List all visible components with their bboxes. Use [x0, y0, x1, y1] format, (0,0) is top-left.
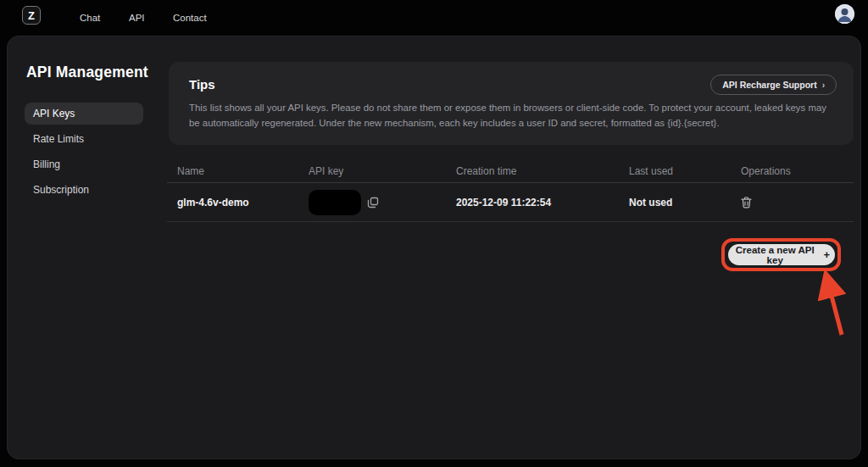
- sidebar-item-billing[interactable]: Billing: [25, 153, 143, 175]
- api-key-name: glm-4.6v-demo: [167, 197, 298, 208]
- redacted-api-key: [309, 190, 361, 215]
- column-header-last-used: Last used: [619, 165, 731, 177]
- annotation-arrow: [802, 268, 854, 339]
- page-title: API Management: [26, 64, 148, 81]
- api-key-operations-cell: [731, 197, 854, 208]
- api-key-value-cell: [298, 190, 446, 215]
- nav-link-api[interactable]: API: [129, 0, 145, 36]
- main-panel: API Management API Keys Rate Limits Bill…: [7, 36, 861, 459]
- sidebar-item-subscription[interactable]: Subscription: [25, 179, 143, 201]
- create-api-key-button[interactable]: Create a new API key +: [728, 244, 835, 265]
- nav-link-chat[interactable]: Chat: [80, 0, 100, 36]
- brand-logo[interactable]: Z: [22, 6, 41, 25]
- table-header-row: Name API key Creation time Last used Ope…: [167, 160, 854, 183]
- sidebar-item-rate-limits[interactable]: Rate Limits: [25, 128, 143, 150]
- brand-logo-letter: Z: [28, 9, 35, 22]
- delete-api-key-button[interactable]: [741, 197, 752, 208]
- user-avatar[interactable]: [835, 4, 854, 24]
- column-header-creation-time: Creation time: [446, 165, 619, 177]
- nav-link-contact[interactable]: Contact: [173, 0, 207, 36]
- top-nav: Z Chat API Contact: [0, 0, 868, 36]
- api-recharge-support-label: API Recharge Support: [722, 80, 816, 90]
- page: Z Chat API Contact API Management API Ke…: [0, 0, 868, 467]
- column-header-name: Name: [167, 165, 298, 177]
- api-key-creation-time: 2025-12-09 11:22:54: [446, 197, 619, 208]
- tips-body-text: This list shows all your API keys. Pleas…: [189, 101, 833, 131]
- copy-api-key-button[interactable]: [367, 197, 379, 208]
- api-keys-table: Name API key Creation time Last used Ope…: [167, 160, 854, 222]
- sidebar-item-api-keys[interactable]: API Keys: [25, 103, 143, 125]
- trash-icon: [741, 197, 752, 208]
- tips-card: Tips This list shows all your API keys. …: [169, 62, 854, 145]
- column-header-api-key: API key: [298, 165, 446, 177]
- sidebar-nav: API Keys Rate Limits Billing Subscriptio…: [25, 103, 143, 204]
- api-key-last-used: Not used: [619, 197, 731, 208]
- chevron-right-icon: ›: [822, 81, 825, 90]
- avatar-person-icon: [835, 4, 854, 24]
- api-recharge-support-button[interactable]: API Recharge Support ›: [710, 75, 837, 95]
- copy-icon: [367, 197, 379, 208]
- table-row: glm-4.6v-demo 2025-12-09 11:22:54 Not us…: [167, 183, 854, 222]
- plus-icon: +: [823, 248, 830, 261]
- create-api-key-label: Create a new API key: [733, 245, 816, 265]
- column-header-operations: Operations: [731, 165, 854, 177]
